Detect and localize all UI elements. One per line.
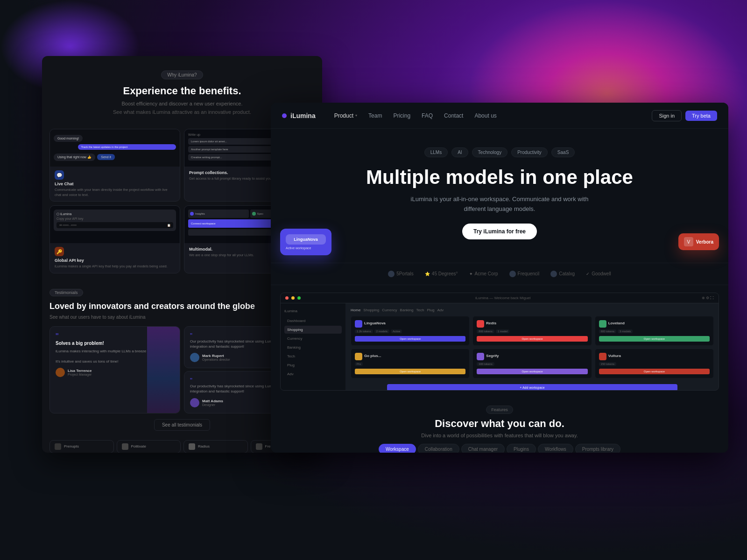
tab-collaboration[interactable]: Collaboration (418, 444, 459, 453)
nav-item-about[interactable]: About us (474, 112, 496, 119)
api-preview: ⬡ iLumina Copy your API key sk-xxxx...xx… (50, 206, 180, 243)
vultura-stats: 150 tokens (599, 362, 710, 366)
features-tabs: Workspace Collaboration Chat manager Plu… (280, 444, 719, 453)
floating-linguanova-card: LinguaNova Active workspace (280, 229, 331, 255)
hero-cta-button[interactable]: Try iLumina for free (462, 224, 537, 239)
logo-text: iLumina (290, 112, 316, 119)
author-avatar-3 (190, 398, 199, 407)
goplus-btn[interactable]: Open workspace (355, 369, 465, 374)
author-role-3: Designer (202, 403, 223, 406)
sidebar-item-shopping[interactable]: Shopping (284, 326, 342, 334)
author-name-2: Mark Rupert (202, 354, 230, 358)
hero-title: Multiple models in one place (280, 167, 719, 188)
nav-item-product[interactable]: Product ▾ (334, 112, 357, 119)
radius-text: Radius (198, 444, 210, 448)
app-sidebar: iLumina Dashboard Shopping Currency Bank… (281, 303, 346, 391)
goplus-card-name: Go plus... (364, 354, 381, 358)
partner-catalxg: Catalxg (550, 271, 575, 277)
nav-item-contact[interactable]: Contact (444, 112, 463, 119)
author-name-1: Lisa Terrence (68, 369, 92, 373)
live-chat-preview: Good morning! Track the latest updates i… (50, 129, 180, 167)
app-card-vultura: Vultura 150 tokens Open workspace (595, 349, 714, 378)
sidebar-item-banking[interactable]: Banking (284, 343, 342, 351)
app-window-body: iLumina Dashboard Shopping Currency Bank… (281, 303, 719, 388)
signin-button[interactable]: Sign in (652, 110, 682, 121)
trusted-logo-prenupts: Prenupts (49, 440, 114, 453)
segrify-btn[interactable]: Open workspace (477, 369, 587, 374)
segrify-stats: 300 tokens (477, 362, 587, 366)
prenupts-icon (55, 443, 61, 450)
linguanova-stats: 1.2k tokens 2 models Active (355, 329, 465, 333)
loveland-btn[interactable]: Open workspace (599, 336, 710, 342)
vultura-btn[interactable]: Open workspace (599, 369, 710, 374)
nav-item-pricing[interactable]: Pricing (393, 112, 410, 119)
tab-chat-manager[interactable]: Chat manager (461, 444, 505, 453)
app-card-segrify: Segrify 300 tokens Open workspace (472, 349, 592, 378)
feature-card-live-chat: Good morning! Track the latest updates i… (49, 129, 180, 202)
tab-workspace[interactable]: Workspace (379, 444, 416, 453)
floating-linguanova-text: Active workspace (286, 246, 326, 250)
hero-tag-technology: Technology (472, 147, 508, 157)
author-name-3: Matt Adams (202, 399, 223, 403)
vultura-card-name: Vultura (608, 354, 621, 358)
partner-acmecorp: ✦ Acme Corp (469, 271, 498, 276)
verbora-icon: V (684, 237, 693, 246)
author-role-2: Operations director (202, 358, 230, 361)
tab-workflows[interactable]: Workflows (538, 444, 573, 453)
tab-prompts-library[interactable]: Prompts library (575, 444, 620, 453)
partner-45degrees: ⭐ 45 Degrees° (425, 271, 458, 276)
loveland-stats: 600 tokens 3 models (599, 329, 710, 333)
partner-5portals: 5Portals (388, 271, 414, 277)
features-subtitle: Dive into a world of possibilities with … (280, 433, 719, 438)
partner-frequencil: Frequencil (509, 271, 540, 277)
nav-actions: Sign in Try beta (652, 110, 717, 121)
features-label: Features (486, 406, 513, 414)
live-chat-info: 💬 Live Chat Communicate with your team d… (50, 167, 180, 201)
floating-verbora-card: V Verbora (678, 233, 719, 250)
sidebar-item-advanced[interactable]: Adv (284, 370, 342, 378)
window-dot-green (297, 296, 301, 300)
hero-tag-llms: LLMs (424, 147, 448, 157)
add-workspace-button[interactable]: + Add workspace (387, 384, 677, 391)
live-chat-icon: 💬 (55, 170, 64, 180)
hero-subtitle: iLumina is your all-in-one workspace. Co… (406, 195, 593, 214)
loveland-card-name: Loveland (608, 321, 625, 325)
nav-items: Product ▾ Team Pricing FAQ Contact About… (334, 112, 652, 119)
live-chat-desc: Communicate with your team directly insi… (55, 188, 175, 197)
app-preview-container: iLumina — Welcome back Miguel ⊕ ⚙ ⛶ iLum… (271, 285, 728, 398)
linguanova-btn[interactable]: Open workspace (355, 336, 465, 342)
nav-logo: iLumina (282, 112, 316, 119)
author-avatar-1 (56, 368, 65, 377)
app-card-linguanova: LinguaNova 1.2k tokens 2 models Active O… (351, 316, 470, 346)
navbar: iLumina Product ▾ Team Pricing FAQ Conta… (271, 103, 728, 129)
nav-item-faq[interactable]: FAQ (422, 112, 433, 119)
hero-tags: LLMs AI Technology Productivity SaaS (280, 147, 719, 157)
why-label: Why iLumina? (161, 70, 203, 79)
see-all-testimonials-button[interactable]: See all testimonials (154, 419, 210, 431)
try-beta-button[interactable]: Try beta (685, 111, 717, 121)
window-dot-yellow (291, 296, 295, 300)
hero-tag-ai: AI (451, 147, 468, 157)
verbora-name: Verbora (696, 239, 713, 245)
politixate-text: Politixate (131, 444, 146, 448)
redis-card-name: Redis (486, 321, 496, 325)
nav-item-team[interactable]: Team (368, 112, 382, 119)
frequencil-icon (256, 443, 262, 450)
features-section: Features Discover what you can do. Dive … (271, 398, 728, 453)
sidebar-item-currency[interactable]: Currency (284, 335, 342, 343)
live-chat-title: Live Chat (55, 182, 175, 186)
api-icon: 🔑 (55, 247, 64, 256)
linguanova-card-name: LinguaNova (364, 321, 386, 325)
sidebar-item-tech[interactable]: Tech (284, 352, 342, 360)
partner-logos: 5Portals ⭐ 45 Degrees° ✦ Acme Corp Frequ… (271, 263, 728, 285)
app-window: iLumina — Welcome back Miguel ⊕ ⚙ ⛶ iLum… (280, 293, 719, 391)
testimonial-card-1: " Solves a big problem! iLumina makes in… (49, 326, 180, 413)
benefits-title: Experience the benefits. (51, 85, 313, 97)
sidebar-item-plugins[interactable]: Plug (284, 361, 342, 369)
api-info: 🔑 Global API key iLumina makes a single … (50, 243, 180, 273)
author-role-1: Project Manager (68, 373, 92, 376)
tab-plugins[interactable]: Plugins (507, 444, 536, 453)
politixate-icon (122, 443, 128, 450)
sidebar-item-dashboard[interactable]: Dashboard (284, 317, 342, 325)
redis-btn[interactable]: Open workspace (477, 336, 587, 342)
